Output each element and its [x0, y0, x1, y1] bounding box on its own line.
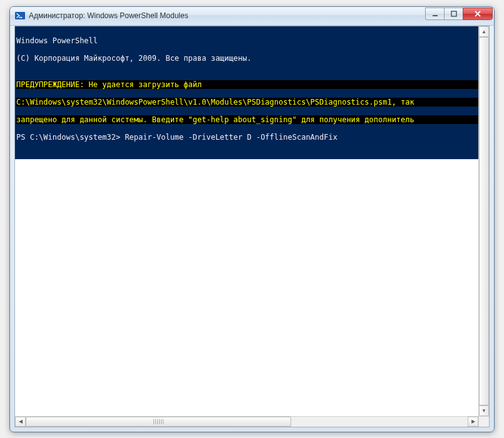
close-button[interactable] [463, 8, 493, 20]
powershell-icon [15, 11, 25, 21]
scroll-track-vertical[interactable] [479, 37, 489, 405]
scroll-thumb-vertical[interactable] [479, 37, 489, 405]
scroll-down-button[interactable]: ▼ [479, 405, 489, 416]
prompt-text: PS C:\Windows\system32> [16, 133, 125, 142]
console-viewport: Windows PowerShell (C) Корпорация Майкро… [15, 26, 478, 416]
console-wrap: Windows PowerShell (C) Корпорация Майкро… [15, 26, 489, 427]
svg-rect-1 [433, 15, 438, 16]
scroll-thumb-horizontal[interactable] [26, 417, 291, 427]
horizontal-scrollbar[interactable]: ◀ ▶ [15, 416, 478, 427]
console-prompt-line: PS C:\Windows\system32> Repair-Volume -D… [16, 133, 478, 142]
scroll-right-button[interactable]: ▶ [468, 417, 478, 427]
scrollbar-corner [478, 416, 489, 427]
console-output[interactable]: Windows PowerShell (C) Корпорация Майкро… [15, 26, 478, 159]
client-area: Windows PowerShell (C) Корпорация Майкро… [14, 26, 490, 427]
powershell-window: Администратор: Windows PowerShell Module… [9, 6, 495, 432]
svg-rect-2 [451, 11, 456, 16]
window-controls [425, 8, 493, 20]
titlebar[interactable]: Администратор: Windows PowerShell Module… [10, 7, 494, 26]
scroll-up-button[interactable]: ▲ [479, 26, 489, 37]
vertical-scrollbar[interactable]: ▲ ▼ [478, 26, 489, 416]
console-warning-line: запрещено для данной системы. Введите "g… [16, 115, 478, 124]
command-text: Repair-Volume -DriveLetter D -OfflineSca… [125, 133, 337, 142]
console-line: Windows PowerShell [16, 36, 478, 45]
scroll-grip-icon [153, 419, 163, 424]
scroll-track-horizontal[interactable] [26, 417, 468, 427]
console-warning-line: ПРЕДУПРЕЖДЕНИЕ: Не удается загрузить фай… [16, 80, 478, 89]
minimize-button[interactable] [425, 8, 444, 20]
window-title: Администратор: Windows PowerShell Module… [29, 11, 425, 20]
scroll-left-button[interactable]: ◀ [15, 417, 26, 427]
maximize-button[interactable] [444, 8, 463, 20]
console-line: (C) Корпорация Майкрософт, 2009. Все пра… [16, 54, 478, 63]
console-warning-line: C:\Windows\system32\WindowsPowerShell\v1… [16, 98, 478, 107]
